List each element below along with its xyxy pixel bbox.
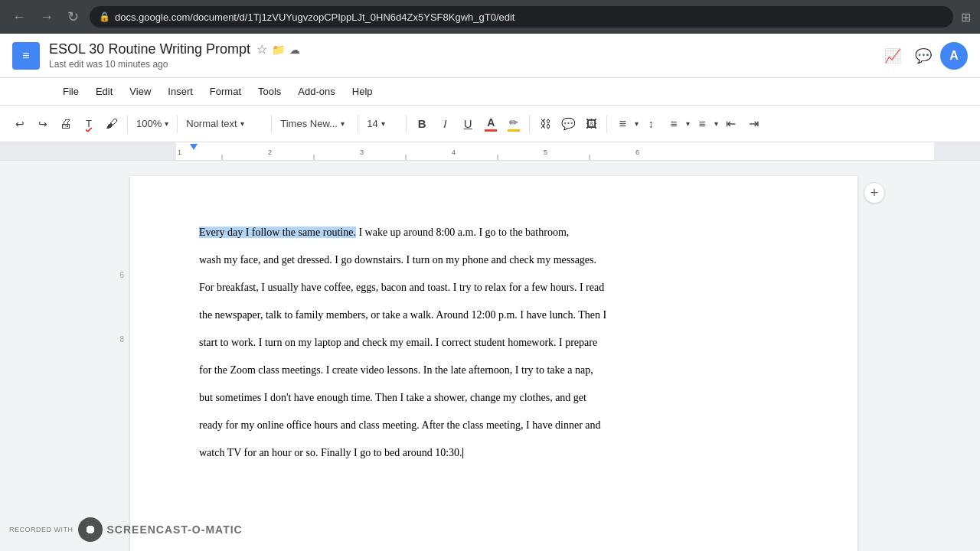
svg-text:4: 4 bbox=[452, 148, 456, 156]
docs-header: ≡ ESOL 30 Routine Writing Prompt ☆ 📁 ☁ L… bbox=[0, 34, 980, 78]
increase-indent-button[interactable]: ⇥ bbox=[743, 112, 764, 135]
insert-comment-button[interactable]: 💬 bbox=[557, 112, 579, 135]
highlight-color-button[interactable]: ✏ bbox=[503, 112, 524, 135]
zoom-value: 100% bbox=[136, 118, 162, 129]
bulletlist-chevron-icon[interactable]: ▾ bbox=[714, 119, 718, 128]
paragraph-8[interactable]: ready for my online office hours and cla… bbox=[199, 415, 781, 436]
text-color-button[interactable]: A bbox=[480, 112, 501, 135]
align-chevron-icon[interactable]: ▾ bbox=[635, 119, 639, 128]
main-content-area: 6 8 Every day I follow the same routine.… bbox=[0, 161, 980, 551]
paragraph-5[interactable]: start to work. I turn on my laptop and c… bbox=[199, 332, 781, 354]
docs-logo[interactable]: ≡ bbox=[12, 42, 40, 70]
numberedlist-chevron-icon[interactable]: ▾ bbox=[686, 119, 690, 128]
paragraph-1-rest: I wake up around 8:00 a.m. I go to the b… bbox=[356, 227, 569, 238]
paragraph-2[interactable]: wash my face, and get dressed. I go down… bbox=[199, 249, 781, 271]
title-icons: ☆ 📁 ☁ bbox=[256, 42, 300, 57]
paragraph-5-text: start to work. I turn on my laptop and c… bbox=[199, 337, 597, 348]
menu-insert[interactable]: Insert bbox=[160, 83, 201, 100]
fontsize-select[interactable]: 14 ▾ bbox=[363, 112, 401, 135]
undo-button[interactable]: ↩ bbox=[9, 112, 31, 135]
paragraph-2-text: wash my face, and get dressed. I go down… bbox=[199, 254, 596, 266]
underline-button[interactable]: U bbox=[457, 112, 479, 135]
url-text: docs.google.com/document/d/1Tj1zVUYugvzo… bbox=[115, 11, 514, 23]
ruler: 1 2 3 4 5 6 bbox=[0, 142, 980, 161]
selected-text-p1: Every day I follow the same routine. bbox=[199, 227, 356, 238]
text-cursor bbox=[462, 448, 463, 458]
trending-icon-button[interactable]: 📈 bbox=[879, 42, 906, 70]
menu-addons[interactable]: Add-ons bbox=[290, 83, 342, 100]
toolbar-sep-2 bbox=[177, 115, 178, 133]
logo-lines-icon: ≡ bbox=[22, 49, 29, 63]
menu-view[interactable]: View bbox=[122, 83, 158, 100]
menu-tools[interactable]: Tools bbox=[250, 83, 289, 100]
paragraph-1[interactable]: Every day I follow the same routine. I w… bbox=[199, 222, 781, 243]
print-button[interactable]: 🖨 bbox=[55, 112, 77, 135]
italic-button[interactable]: I bbox=[434, 112, 456, 135]
paragraph-7-text: but sometimes I don't have enough time. … bbox=[199, 392, 586, 403]
fontsize-chevron-icon: ▾ bbox=[381, 119, 385, 128]
svg-marker-11 bbox=[190, 144, 198, 150]
paragraph-4-text: the newspaper, talk to family members, o… bbox=[199, 309, 606, 321]
header-right-icons: 📈 💬 A bbox=[879, 42, 968, 70]
page-wrapper: 6 8 Every day I follow the same routine.… bbox=[84, 176, 896, 536]
svg-text:6: 6 bbox=[635, 148, 639, 156]
fontsize-value: 14 bbox=[367, 118, 377, 129]
menu-file[interactable]: File bbox=[55, 83, 87, 100]
bold-button[interactable]: B bbox=[411, 112, 433, 135]
paragraph-9[interactable]: watch TV for an hour or so. Finally I go… bbox=[199, 442, 781, 464]
svg-text:5: 5 bbox=[544, 148, 547, 156]
last-edit-status: Last edit was 10 minutes ago bbox=[49, 59, 870, 70]
document-page[interactable]: Every day I follow the same routine. I w… bbox=[130, 176, 858, 551]
line-num-1 bbox=[84, 222, 124, 243]
lock-icon: 🔒 bbox=[99, 11, 110, 22]
paint-format-button[interactable]: 🖌 bbox=[101, 112, 122, 135]
screencast-recorded-with: RECORDED WITH bbox=[9, 526, 74, 534]
highlight-indicator: ✏ bbox=[508, 116, 520, 132]
text-color-indicator: A bbox=[485, 116, 497, 132]
zoom-select[interactable]: 100% ▾ bbox=[132, 112, 172, 135]
font-select[interactable]: Times New... ▾ bbox=[276, 112, 353, 135]
address-bar[interactable]: 🔒 docs.google.com/document/d/1Tj1zVUYugv… bbox=[90, 6, 953, 28]
right-sidebar: + bbox=[858, 176, 896, 536]
line-num-5 bbox=[84, 308, 124, 329]
zoom-chevron-icon: ▾ bbox=[165, 119, 168, 128]
comments-button[interactable]: 💬 bbox=[910, 42, 937, 70]
left-sidebar: 6 8 bbox=[84, 176, 130, 536]
star-icon[interactable]: ☆ bbox=[256, 42, 267, 57]
back-button[interactable]: ← bbox=[9, 7, 29, 27]
bullet-list-button[interactable]: ≡ bbox=[691, 112, 713, 135]
style-chevron-icon: ▾ bbox=[240, 119, 244, 128]
browser-chrome: ← → ↻ 🔒 docs.google.com/document/d/1Tj1z… bbox=[0, 0, 980, 34]
spell-check-button[interactable]: T bbox=[78, 112, 100, 135]
paragraph-4[interactable]: the newspaper, talk to family members, o… bbox=[199, 305, 781, 326]
paragraph-6[interactable]: for the Zoom class meetings. I create vi… bbox=[199, 360, 781, 381]
redo-button[interactable]: ↪ bbox=[32, 112, 54, 135]
line-num-2 bbox=[84, 243, 124, 265]
add-content-button[interactable]: + bbox=[864, 182, 885, 204]
paragraph-7[interactable]: but sometimes I don't have enough time. … bbox=[199, 387, 781, 409]
menu-edit[interactable]: Edit bbox=[88, 83, 120, 100]
line-spacing-button[interactable]: ↕ bbox=[640, 112, 662, 135]
folder-icon[interactable]: 📁 bbox=[272, 44, 285, 56]
menu-format[interactable]: Format bbox=[202, 83, 249, 100]
paragraph-3[interactable]: For breakfast, I usually have coffee, eg… bbox=[199, 277, 781, 298]
numbered-list-button[interactable]: ≡ bbox=[663, 112, 684, 135]
title-area: ESOL 30 Routine Writing Prompt ☆ 📁 ☁ Las… bbox=[49, 41, 870, 70]
cloud-save-icon[interactable]: ☁ bbox=[289, 44, 300, 56]
menu-help[interactable]: Help bbox=[345, 83, 381, 100]
insert-image-button[interactable]: 🖼 bbox=[580, 112, 602, 135]
screencast-watermark: RECORDED WITH ⏺ SCREENCAST-O-MATIC bbox=[9, 517, 243, 542]
align-button[interactable]: ≡ bbox=[612, 112, 633, 135]
paragraph-3-text: For breakfast, I usually have coffee, eg… bbox=[199, 282, 604, 293]
refresh-button[interactable]: ↻ bbox=[64, 7, 82, 27]
screencast-name: SCREENCAST-O-MATIC bbox=[107, 523, 243, 536]
decrease-indent-button[interactable]: ⇤ bbox=[720, 112, 741, 135]
style-select[interactable]: Normal text ▾ bbox=[182, 112, 266, 135]
font-chevron-icon: ▾ bbox=[341, 119, 345, 128]
user-avatar[interactable]: A bbox=[940, 42, 968, 70]
svg-text:1: 1 bbox=[178, 148, 181, 156]
document-title[interactable]: ESOL 30 Routine Writing Prompt bbox=[49, 41, 250, 57]
insert-link-button[interactable]: ⛓ bbox=[534, 112, 556, 135]
forward-button[interactable]: → bbox=[37, 7, 57, 27]
browser-search-icon: ⊞ bbox=[961, 10, 971, 24]
